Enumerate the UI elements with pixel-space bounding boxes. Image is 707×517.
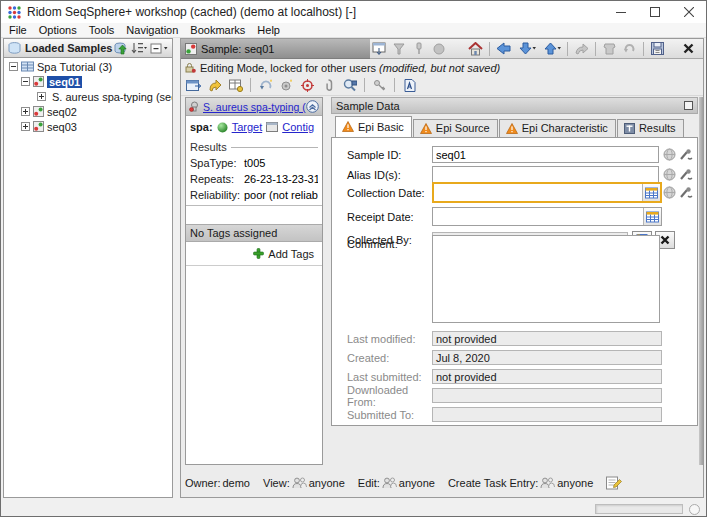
add-tags-row[interactable]: Add Tags (186, 242, 322, 266)
home-button[interactable] (467, 41, 484, 57)
contig-link[interactable]: Contig (282, 121, 314, 133)
sample-data-header: Sample Data (331, 97, 698, 114)
expand-toggle-icon[interactable] (21, 122, 30, 131)
forward-button[interactable] (573, 41, 590, 57)
tab-epi-basic-label[interactable]: Epi Basic (358, 121, 404, 133)
tree-node-seq01[interactable]: seq01 (4, 75, 172, 88)
signature-button[interactable] (371, 77, 388, 93)
target-scan-button[interactable] (299, 77, 316, 93)
modify-field-icon[interactable] (679, 187, 693, 199)
spa-typing-panel-title[interactable]: S. aureus spa-typing (seq01) (203, 101, 306, 113)
snapshot-button[interactable] (185, 77, 202, 93)
receipt-date-input[interactable] (433, 208, 643, 225)
collection-date-calendar-button[interactable] (642, 184, 660, 201)
expand-toggle-icon[interactable] (21, 107, 30, 116)
tab-epi-characteristic-label[interactable]: Epi Characteristic (522, 122, 608, 134)
results-separator: Results (190, 141, 318, 153)
close-view-button[interactable] (680, 41, 697, 57)
menu-options[interactable]: Options (33, 23, 83, 38)
collapse-toggle-icon[interactable] (21, 77, 30, 86)
target-link[interactable]: Target (232, 121, 263, 133)
collapse-all-icon[interactable] (150, 42, 168, 55)
reprocess-button[interactable] (257, 77, 274, 93)
tree-node-seq02[interactable]: seq02 (4, 105, 172, 118)
search-lock-button[interactable] (341, 77, 358, 93)
filter-button[interactable] (390, 41, 407, 57)
table-edit-button[interactable] (227, 77, 244, 93)
reload-button[interactable] (621, 41, 638, 57)
tree-node-seq02-label[interactable]: seq02 (47, 106, 77, 118)
globe-icon[interactable] (663, 148, 676, 161)
edit-permissions-icon[interactable] (606, 476, 622, 490)
auto-assign-button[interactable] (278, 77, 295, 93)
modify-field-icon[interactable] (679, 149, 693, 161)
tree-node-seq03[interactable]: seq03 (4, 120, 172, 133)
sample-id-input[interactable] (432, 146, 659, 163)
tab-results-label[interactable]: Results (639, 122, 676, 134)
save-button[interactable] (649, 41, 666, 57)
expand-toggle-icon[interactable] (37, 92, 46, 101)
record-button[interactable] (430, 41, 447, 57)
tree-node-spa-typing-label[interactable]: S. aureus spa-typing (seq01) (52, 91, 173, 103)
maximize-button[interactable] (638, 1, 672, 23)
report-button[interactable] (401, 77, 418, 93)
globe-icon[interactable] (663, 186, 676, 199)
tree-node-spa-typing[interactable]: S. aureus spa-typing (seq01) (4, 90, 172, 103)
view-value: anyone (309, 477, 345, 489)
collapse-panel-icon[interactable] (306, 100, 319, 113)
tab-epi-characteristic[interactable]: Epi Characteristic (499, 119, 616, 137)
pin-button[interactable] (410, 41, 427, 57)
tree-node-root-label[interactable]: Spa Tutorial (3) (37, 61, 112, 73)
comment-label: Comment: (347, 238, 431, 250)
permissions-footer: Owner: demo View: anyone Edit: anyone Cr… (185, 471, 701, 495)
sample-data-column: Sample Data Epi Basic (331, 97, 698, 465)
submitted-to-label: Submitted To: (347, 409, 431, 421)
receipt-date-calendar-button[interactable] (643, 208, 661, 225)
reliability-label: Reliability: (190, 189, 244, 201)
menu-help[interactable]: Help (251, 23, 286, 38)
receipt-date-field (432, 207, 662, 226)
collapse-toggle-icon[interactable] (9, 62, 18, 71)
last-submitted-label: Last submitted: (347, 371, 431, 383)
sort-icon[interactable] (131, 42, 147, 55)
globe-icon[interactable] (663, 168, 676, 181)
alias-ids-input[interactable] (432, 166, 659, 183)
compare-button[interactable] (601, 41, 618, 57)
down-history-button[interactable] (515, 41, 537, 57)
tab-epi-basic[interactable]: Epi Basic (335, 116, 412, 137)
group-icon (292, 477, 307, 489)
pin-icon (415, 42, 423, 55)
tree-node-root[interactable]: Spa Tutorial (3) (4, 60, 172, 73)
load-samples-icon[interactable] (114, 42, 128, 55)
table-edit-icon (229, 79, 243, 92)
add-tags-label[interactable]: Add Tags (268, 248, 314, 260)
save-icon (651, 42, 664, 55)
menu-file[interactable]: File (1, 23, 33, 38)
back-button[interactable] (495, 41, 512, 57)
export-button[interactable] (206, 77, 223, 93)
modify-field-icon[interactable] (679, 169, 693, 181)
reload-icon (623, 43, 636, 55)
task-entry-value: anyone (557, 477, 593, 489)
close-button[interactable] (672, 1, 706, 23)
attachment-button[interactable] (320, 77, 337, 93)
tree-node-seq01-label[interactable]: seq01 (47, 76, 82, 88)
keep-window-button[interactable] (370, 41, 387, 57)
up-history-button[interactable] (540, 41, 562, 57)
menu-tools[interactable]: Tools (83, 23, 121, 38)
add-icon (253, 248, 264, 259)
downloaded-from-value (432, 388, 662, 403)
menu-navigation[interactable]: Navigation (120, 23, 184, 38)
tab-epi-source[interactable]: Epi Source (413, 119, 498, 137)
panel-splitter[interactable] (699, 97, 703, 465)
menu-bookmarks[interactable]: Bookmarks (184, 23, 251, 38)
minimize-button[interactable] (604, 1, 638, 23)
tab-epi-source-label[interactable]: Epi Source (436, 122, 490, 134)
tab-results[interactable]: Results (617, 119, 684, 137)
snapshot-icon (186, 79, 201, 92)
comment-textarea[interactable] (432, 235, 660, 323)
tree-node-seq03-label[interactable]: seq03 (47, 121, 77, 133)
collection-date-input[interactable] (434, 184, 642, 201)
minimize-panel-icon[interactable] (684, 101, 693, 110)
sample-icon (33, 121, 44, 132)
